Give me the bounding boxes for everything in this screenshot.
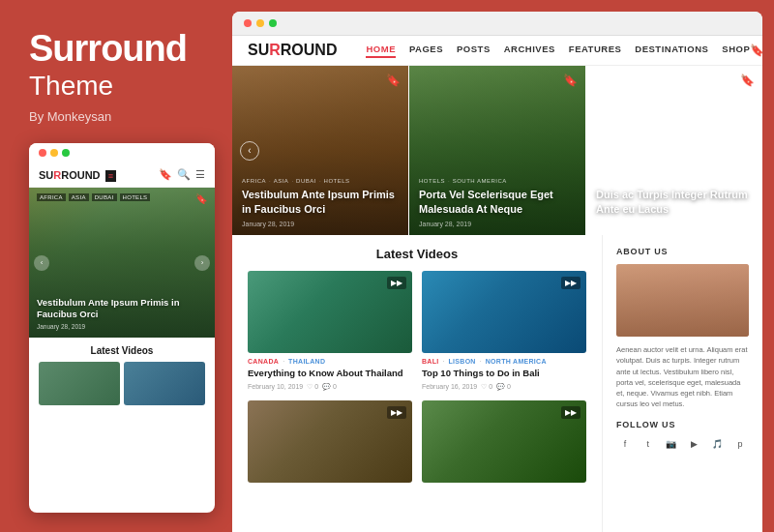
about-title: ABOUT US xyxy=(616,247,749,256)
tag-asia: ASIA xyxy=(274,178,289,184)
hero-card-2-title: Porta Vel Scelerisque Eget Malesuada At … xyxy=(419,188,576,217)
sidebar: ABOUT US Aenean auctor velit et urna. Al… xyxy=(603,235,762,532)
hero-arrow-left[interactable]: ‹ xyxy=(240,141,259,161)
hero-bookmark-2: 🔖 xyxy=(563,74,578,87)
hero-card-2-content: HOTELS · SOUTH AMERICA Porta Vel Sceleri… xyxy=(409,170,585,235)
hero-card-3-tags: AFRICA · ASIA · MOBILE xyxy=(596,178,753,184)
left-panel: Surround Theme By Monkeysan SURROUND ≡ 🔖… xyxy=(0,0,232,532)
video-icon-2: ▶▶ xyxy=(561,277,580,289)
browser-dot-green xyxy=(269,19,277,27)
mobile-nav: SURROUND ≡ 🔖 🔍 ☰ xyxy=(29,163,215,188)
mobile-hero-date: January 28, 2019 xyxy=(37,323,207,330)
video-card-1-meta: February 10, 2019 ♡ 0 💬 0 xyxy=(248,383,412,391)
nav-pages[interactable]: PAGES xyxy=(409,44,443,58)
hero-arrow-right[interactable]: › xyxy=(735,141,755,161)
video-thumb-2: ▶▶ xyxy=(422,271,586,353)
main-content: Latest Videos ▶▶ CANADA · THAILAND Every… xyxy=(232,235,762,532)
video-icon-4: ▶▶ xyxy=(561,406,580,419)
mobile-logo-box: ≡ xyxy=(105,170,116,182)
social-icons: f t 📷 ▶ 🎵 p xyxy=(616,435,749,453)
follow-title: FOLLOW US xyxy=(616,420,749,429)
hero-card-1-content: AFRICA · ASIA · DUBAI · HOTELS Vestibulu… xyxy=(232,170,408,235)
browser-window: SURROUND HOME PAGES POSTS ARCHIVES FEATU… xyxy=(232,12,762,532)
tag-thailand: THAILAND xyxy=(288,358,325,365)
mobile-arrow-left[interactable]: ‹ xyxy=(34,255,49,271)
browser-nav: SURROUND HOME PAGES POSTS ARCHIVES FEATU… xyxy=(232,36,762,66)
mobile-hero: AFRICA ASIA DUBAI HOTELS ‹ › 🔖 Vestibulu… xyxy=(29,188,215,338)
nav-bookmark-icon[interactable]: 🔖 xyxy=(750,44,762,57)
nav-posts[interactable]: POSTS xyxy=(457,44,491,58)
twitter-icon[interactable]: t xyxy=(640,435,657,453)
mobile-top-bar xyxy=(29,143,215,163)
menu-icon: ☰ xyxy=(195,168,205,181)
hero-bookmark-3: 🔖 xyxy=(740,74,755,87)
hero-card-2-tags: HOTELS · SOUTH AMERICA xyxy=(419,178,576,184)
hero-bookmark-1: 🔖 xyxy=(386,74,401,87)
tag-canada: CANADA xyxy=(248,358,279,365)
bookmark-icon: 🔖 xyxy=(159,168,172,181)
tag-asia2: ASIA xyxy=(628,178,643,184)
hero-card-3-date: January 28, 2019 xyxy=(596,221,753,227)
mobile-video-card-1 xyxy=(39,362,120,405)
video-card-2-title: Top 10 Things to Do in Bali xyxy=(422,368,586,380)
mobile-latest-title: Latest Videos xyxy=(39,345,205,356)
nav-actions: 🔖 🔍 ☰ xyxy=(750,44,762,57)
instagram-icon[interactable]: 📷 xyxy=(663,435,680,453)
hero-card-2: 🔖 HOTELS · SOUTH AMERICA Porta Vel Scele… xyxy=(409,66,585,235)
pinterest-icon[interactable]: p xyxy=(731,435,749,453)
nav-links: HOME PAGES POSTS ARCHIVES FEATURES DESTI… xyxy=(366,44,750,58)
video-card-4: ▶▶ xyxy=(422,400,586,483)
nav-destinations[interactable]: DESTINATIONS xyxy=(635,44,708,58)
dot-yellow xyxy=(50,149,58,157)
mobile-video-card-2 xyxy=(124,362,205,405)
video-icon-1: ▶▶ xyxy=(387,277,406,289)
hero-tag-hotels: HOTELS xyxy=(120,193,151,201)
mobile-hero-tags: AFRICA ASIA DUBAI HOTELS xyxy=(37,193,150,201)
mobile-hero-text: Vestibulum Ante Ipsum Primis in Faucibus… xyxy=(37,297,207,331)
hero-card-3-content: AFRICA · ASIA · MOBILE Duis ac Turpis In… xyxy=(586,170,762,235)
video-thumb-4: ▶▶ xyxy=(422,400,586,483)
youtube-icon[interactable]: ▶ xyxy=(685,435,702,453)
brand-by: By Monkeysan xyxy=(29,109,213,124)
tag-hotels: HOTELS xyxy=(419,178,445,184)
browser-content: ‹ 🔖 AFRICA · ASIA · DUBAI · HOTELS Vesti… xyxy=(232,66,762,532)
hero-card-1-date: January 28, 2019 xyxy=(242,221,399,227)
browser-dot-yellow xyxy=(256,19,264,27)
video-card-2: ▶▶ BALI · LISBON · NORTH AMERICA Top 10 … xyxy=(422,271,586,391)
facebook-icon[interactable]: f xyxy=(616,435,634,453)
dot-red xyxy=(39,149,46,157)
tag-bali: BALI xyxy=(422,358,439,365)
nav-archives[interactable]: ARCHIVES xyxy=(504,44,555,58)
sidebar-about-text: Aenean auctor velit et urna. Aliquam era… xyxy=(616,344,749,410)
hero-card-1-title: Vestibulum Ante Ipsum Primis in Faucibus… xyxy=(242,188,399,217)
hero-tag-dubai: DUBAI xyxy=(92,193,117,201)
mobile-video-grid xyxy=(39,362,205,405)
hero-tag-asia: ASIA xyxy=(69,193,89,201)
tag-dubai: DUBAI xyxy=(296,178,316,184)
nav-home[interactable]: HOME xyxy=(366,44,396,58)
video-card-2-meta: February 16, 2019 ♡ 0 💬 0 xyxy=(422,383,586,391)
video-thumb-1: ▶▶ xyxy=(248,271,412,353)
hero-slider: ‹ 🔖 AFRICA · ASIA · DUBAI · HOTELS Vesti… xyxy=(232,66,762,235)
nav-shop[interactable]: SHOP xyxy=(722,44,750,58)
video-thumb-3: ▶▶ xyxy=(248,400,412,483)
hero-card-2-date: January 28, 2019 xyxy=(419,221,576,227)
video-card-3: ▶▶ xyxy=(248,400,412,483)
soundcloud-icon[interactable]: 🎵 xyxy=(708,435,726,453)
tag-lisbon: LISBON xyxy=(448,358,475,365)
main-left: Latest Videos ▶▶ CANADA · THAILAND Every… xyxy=(232,235,603,532)
tag-africa2: AFRICA xyxy=(596,178,620,184)
hero-card-3: › 🔖 AFRICA · ASIA · MOBILE Duis ac Turpi… xyxy=(586,66,762,235)
mobile-mockup: SURROUND ≡ 🔖 🔍 ☰ AFRICA ASIA DUBAI HOTEL… xyxy=(29,143,215,513)
browser-dot-red xyxy=(244,19,252,27)
tag-north-america: NORTH AMERICA xyxy=(486,358,547,365)
mobile-arrow-right[interactable]: › xyxy=(194,255,210,271)
video-icon-3: ▶▶ xyxy=(387,406,406,419)
hero-card-1: ‹ 🔖 AFRICA · ASIA · DUBAI · HOTELS Vesti… xyxy=(232,66,408,235)
mobile-bookmark: 🔖 xyxy=(195,193,207,204)
mobile-hero-title: Vestibulum Ante Ipsum Primis in Faucibus… xyxy=(37,297,207,321)
nav-features[interactable]: FEATURES xyxy=(569,44,622,58)
tag-africa: AFRICA xyxy=(242,178,266,184)
video-card-2-tags: BALI · LISBON · NORTH AMERICA xyxy=(422,358,586,365)
mobile-nav-icons: 🔖 🔍 ☰ xyxy=(159,168,205,181)
